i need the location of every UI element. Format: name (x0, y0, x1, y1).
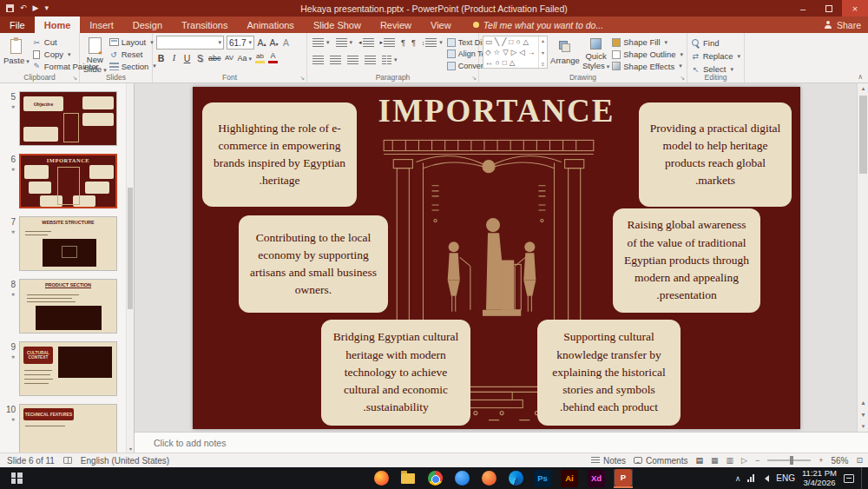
normal-view-button[interactable]: ▤ (695, 456, 703, 465)
scroll-down-icon[interactable]: ▾ (858, 423, 868, 430)
shape-icon[interactable]: △ (523, 37, 529, 46)
shape-fill-button[interactable]: Shape Fill▾ (612, 37, 683, 48)
strikethrough-button[interactable]: abc (208, 54, 221, 63)
tell-me-box[interactable]: Tell me what you want to do... (473, 17, 604, 33)
italic-button[interactable]: I (169, 53, 179, 63)
slide-thumbnail-7[interactable]: WEBSITE STRUCTURE (19, 216, 117, 271)
gallery-up-icon[interactable]: ▴ (542, 37, 544, 43)
tab-home[interactable]: Home (35, 17, 81, 33)
tab-insert[interactable]: Insert (80, 17, 123, 33)
find-button[interactable]: Find (691, 37, 740, 49)
previous-slide-icon[interactable]: ▲ (858, 400, 868, 406)
start-button[interactable] (0, 467, 33, 489)
shape-outline-button[interactable]: Shape Outline▾ (612, 50, 683, 60)
zoom-level[interactable]: 56% (831, 456, 848, 466)
slide-thumbnail-10[interactable]: TECHNICAL FEATURES (19, 404, 117, 453)
align-left-button[interactable] (311, 55, 326, 65)
language-indicator[interactable]: English (United States) (81, 456, 169, 466)
edge-icon[interactable] (506, 469, 525, 488)
shape-icon[interactable]: □ (503, 58, 507, 67)
fit-to-window-button[interactable]: ⊡ (856, 456, 863, 465)
xd-icon[interactable]: Xd (587, 469, 606, 488)
slide-text-box[interactable]: Highlighting the role of e-commerce in e… (202, 102, 357, 207)
zoom-out-button[interactable]: − (755, 456, 760, 465)
editor-scrollbar[interactable]: ▴ ▲ ▼ ▾ (857, 83, 868, 432)
reset-button[interactable]: ↺Reset (109, 50, 156, 60)
shape-icon[interactable]: ◇ (485, 48, 491, 56)
language-button[interactable]: ENG (776, 473, 795, 483)
align-center-button[interactable] (328, 55, 343, 65)
shape-icon[interactable]: ↔ (485, 58, 493, 67)
slide-canvas[interactable]: IMPORTANCE (193, 87, 800, 429)
increase-font-size-button[interactable]: A▴ (257, 37, 266, 48)
panel-scroll-down-icon[interactable]: ▾ (127, 446, 135, 452)
slide-text-box[interactable]: Contributing to the local economy by sup… (239, 215, 388, 313)
tab-file[interactable]: File (0, 17, 35, 33)
ltr-button[interactable]: ¶ (399, 37, 407, 48)
tab-view[interactable]: View (421, 17, 461, 33)
slideshow-view-button[interactable]: ▷ (741, 456, 747, 465)
paste-button[interactable]: Paste▾ (3, 36, 30, 71)
slide-text-box[interactable]: Bridging Egyptian cultural heritage with… (321, 320, 470, 426)
change-case-button[interactable]: Aa▾ (238, 54, 253, 63)
gallery-down-icon[interactable]: ▾ (542, 50, 544, 56)
clipboard-dialog-launcher[interactable]: ↘ (72, 75, 77, 82)
comments-toggle-button[interactable]: Comments (634, 456, 687, 466)
share-button[interactable]: Share (825, 17, 861, 33)
rtl-button[interactable]: ¶ (410, 37, 418, 48)
justify-button[interactable] (363, 55, 378, 65)
shape-icon[interactable]: □ (509, 37, 513, 46)
blue-circle-app-icon[interactable] (452, 469, 471, 488)
font-name-input[interactable] (159, 38, 216, 48)
slide-thumbnail-5[interactable]: Objective (19, 91, 117, 146)
powerpoint-icon[interactable]: P (614, 469, 633, 488)
customize-qat-icon[interactable]: ▾ (44, 4, 49, 12)
photoshop-icon[interactable]: Ps (533, 469, 552, 488)
clock[interactable]: 11:21 PM 3/4/2026 (802, 469, 837, 488)
shape-icon[interactable]: ▭ (485, 37, 492, 46)
slide-thumbnail-9[interactable]: CULTURAL CONTEXT (19, 341, 117, 396)
tab-review[interactable]: Review (371, 17, 421, 33)
shape-icon[interactable]: ▽ (503, 48, 509, 56)
align-right-button[interactable] (345, 55, 360, 65)
action-center-icon[interactable] (844, 474, 854, 483)
new-slide-button[interactable]: New Slide▾ (83, 36, 107, 71)
section-button[interactable]: Section▾ (109, 61, 156, 71)
spellcheck-icon[interactable] (63, 457, 72, 464)
line-spacing-button[interactable]: ↕▾ (420, 37, 444, 48)
increase-indent-button[interactable]: ▸ (378, 37, 398, 48)
editor-scrollbar-thumb[interactable] (859, 96, 867, 174)
shape-icon[interactable]: ☆ (494, 48, 501, 56)
notes-pane[interactable]: Click to add notes (135, 432, 868, 453)
shape-icon[interactable]: ╱ (502, 37, 506, 46)
bullets-button[interactable]: ▾ (311, 37, 332, 48)
text-shadow-button[interactable]: S (195, 53, 205, 63)
quick-styles-button[interactable]: Quick Styles▾ (582, 36, 609, 71)
character-spacing-button[interactable]: AV (225, 54, 234, 62)
save-icon[interactable] (6, 4, 14, 12)
shape-icon[interactable]: ○ (496, 58, 500, 67)
slide-sorter-view-button[interactable]: ▦ (711, 456, 719, 465)
tab-design[interactable]: Design (123, 17, 172, 33)
paragraph-dialog-launcher[interactable]: ↘ (471, 75, 477, 82)
start-slideshow-icon[interactable]: ▶ (33, 4, 39, 12)
layout-button[interactable]: Layout▾ (109, 37, 156, 48)
arrange-button[interactable]: Arrange (550, 36, 580, 71)
replace-button[interactable]: ⇄Replace▾ (691, 50, 740, 62)
slide-text-box[interactable]: Providing a practical digital model to h… (639, 102, 792, 207)
collapse-ribbon-button[interactable]: ∧ (858, 73, 863, 81)
firefox-icon[interactable] (372, 469, 391, 488)
notes-toggle-button[interactable]: Notes (591, 456, 626, 466)
undo-icon[interactable]: ↶ (20, 4, 27, 12)
font-name-combo[interactable]: ▾ (156, 36, 224, 50)
file-explorer-icon[interactable] (398, 469, 418, 488)
zoom-slider-thumb[interactable] (790, 456, 793, 465)
tab-slideshow[interactable]: Slide Show (304, 17, 371, 33)
shape-icon[interactable]: ○ (516, 37, 520, 46)
shape-icon[interactable]: ◁ (519, 48, 525, 56)
shape-icon[interactable]: ╲ (495, 37, 499, 46)
reading-view-button[interactable]: ▥ (726, 456, 733, 465)
network-icon[interactable] (747, 474, 754, 482)
zoom-in-button[interactable]: + (819, 456, 823, 465)
numbering-button[interactable]: ▾ (334, 37, 355, 48)
